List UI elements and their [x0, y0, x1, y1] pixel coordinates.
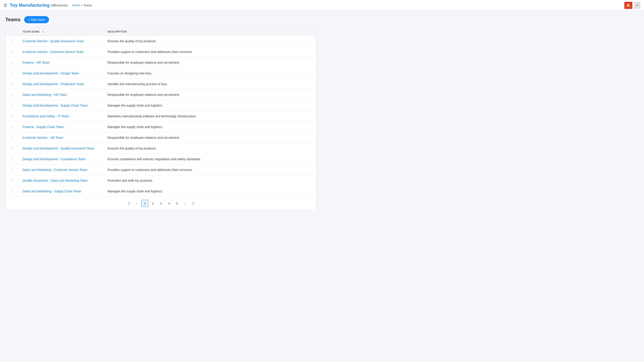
team-name-link[interactable]: Sales and Marketing - HR Team	[22, 93, 67, 96]
table-row: ⋮Finance - HR TeamResponsible for employ…	[6, 57, 316, 68]
table-body: ⋮Customer Service - Quality Assurance Te…	[6, 36, 316, 197]
page-5-button[interactable]: 5	[174, 200, 181, 207]
team-description: Ensures the quality of toy products.	[104, 36, 316, 46]
row-menu-button[interactable]: ⋮	[9, 189, 16, 194]
team-description: Ensures the quality of toy products.	[104, 143, 316, 154]
team-description: Provides support to customers and addres…	[104, 164, 316, 175]
row-menu-button[interactable]: ⋮	[9, 156, 16, 162]
team-name-link[interactable]: Customer Service - Customer Service Team	[22, 50, 84, 54]
row-menu-button[interactable]: ⋮	[9, 124, 16, 129]
team-name-link[interactable]: Sales and Marketing - Customer Service T…	[22, 168, 87, 172]
team-name-link[interactable]: Customer Service - HR Team	[22, 136, 63, 139]
table-row: ⋮Compliance and Safety - IT TeamMaintain…	[6, 111, 316, 122]
team-description: Promotes and sells toy products.	[104, 175, 316, 186]
table-row: ⋮Customer Service - Quality Assurance Te…	[6, 36, 316, 46]
team-description: Responsible for employee relations and r…	[104, 89, 316, 100]
prev-page-button[interactable]: ‹	[133, 200, 140, 207]
team-name-link[interactable]: Design and Development - Supply Chain Te…	[22, 104, 88, 107]
row-menu-button[interactable]: ⋮	[9, 167, 16, 172]
team-description: Manages the supply chain and logistics.	[104, 100, 316, 111]
team-name-link[interactable]: Finance - Supply Chain Team	[22, 125, 64, 129]
main-content: Teams + New team TEAM NAME ▼ DESCRIPTION…	[0, 11, 322, 216]
team-name-link[interactable]: Compliance and Safety - IT Team	[22, 114, 69, 118]
menu-column-header	[6, 28, 19, 36]
breadcrumb-separator: »	[81, 3, 82, 7]
team-name-link[interactable]: Quality Assurance - Sales and Marketing …	[22, 179, 88, 182]
team-name-link[interactable]: Finance - HR Team	[22, 61, 50, 64]
page-header: Teams + New team	[5, 16, 317, 23]
breadcrumb-current: Teams	[84, 3, 92, 7]
row-menu-button[interactable]: ⋮	[9, 49, 16, 54]
app-header: ☰ Toy Manufacturing OfficeSeries Home » …	[0, 0, 644, 11]
description-column-header: DESCRIPTION	[104, 28, 316, 36]
table-row: ⋮Design and Development - Design TeamFoc…	[6, 68, 316, 79]
row-menu-button[interactable]: ⋮	[9, 146, 16, 151]
notification-button[interactable]: 🔔	[624, 2, 632, 9]
page-4-button[interactable]: 4	[166, 200, 173, 207]
bell-icon: 🔔	[626, 3, 630, 7]
team-name-link[interactable]: Sales and Marketing - Supply Chain Team	[22, 189, 81, 193]
table-row: ⋮Sales and Marketing - HR TeamResponsibl…	[6, 89, 316, 100]
pagination: ⟨| ‹ 1 2 3 4 5 › |⟩	[6, 196, 316, 210]
team-name-link[interactable]: Design and Development - Quality Assuran…	[22, 147, 94, 150]
table-header-row: TEAM NAME ▼ DESCRIPTION	[6, 28, 316, 36]
page-1-button[interactable]: 1	[141, 200, 148, 207]
next-page-button[interactable]: ›	[182, 200, 189, 207]
hamburger-icon[interactable]: ☰	[4, 3, 7, 8]
row-menu-button[interactable]: ⋮	[9, 38, 16, 43]
last-page-button[interactable]: |⟩	[190, 200, 197, 207]
team-description: Maintains manufacturing software and tec…	[104, 111, 316, 122]
row-menu-button[interactable]: ⋮	[9, 135, 16, 140]
new-team-button[interactable]: + New team	[24, 16, 49, 23]
row-menu-button[interactable]: ⋮	[9, 92, 16, 97]
team-name-link[interactable]: Customer Service - Quality Assurance Tea…	[22, 39, 84, 43]
row-menu-button[interactable]: ⋮	[9, 178, 16, 183]
table-row: ⋮Finance - Supply Chain TeamManages the …	[6, 122, 316, 132]
first-page-button[interactable]: ⟨|	[125, 200, 132, 207]
header-actions: 🔔 ▾	[624, 2, 640, 9]
team-description: Manages the supply chain and logistics.	[104, 186, 316, 197]
app-title: Toy Manufacturing	[10, 3, 50, 8]
header-dropdown-button[interactable]: ▾	[634, 2, 640, 9]
row-menu-button[interactable]: ⋮	[9, 60, 16, 65]
team-description: Manages the supply chain and logistics.	[104, 122, 316, 132]
table-row: ⋮Design and Development - Compliance Tea…	[6, 154, 316, 164]
row-menu-button[interactable]: ⋮	[9, 71, 16, 76]
row-menu-button[interactable]: ⋮	[9, 113, 16, 119]
page-3-button[interactable]: 3	[158, 200, 164, 207]
page-title: Teams	[5, 17, 20, 22]
row-menu-button[interactable]: ⋮	[9, 81, 16, 86]
table-row: ⋮Sales and Marketing - Customer Service …	[6, 164, 316, 175]
table-row: ⋮Design and Development - Supply Chain T…	[6, 100, 316, 111]
team-description: Handles the manufacturing process of toy…	[104, 79, 316, 89]
team-name-column-header: TEAM NAME ▼	[19, 28, 104, 36]
breadcrumb: Home » Teams	[72, 3, 92, 7]
team-name-link[interactable]: Design and Development - Production Team	[22, 82, 84, 86]
breadcrumb-home[interactable]: Home	[72, 3, 80, 7]
team-description: Focuses on designing new toys.	[104, 68, 316, 79]
page-2-button[interactable]: 2	[149, 200, 156, 207]
table-row: ⋮Design and Development - Production Tea…	[6, 79, 316, 89]
team-description: Responsible for employee relations and r…	[104, 57, 316, 68]
team-description: Provides support to customers and addres…	[104, 46, 316, 57]
teams-table: TEAM NAME ▼ DESCRIPTION ⋮Customer Servic…	[6, 28, 316, 196]
chevron-down-icon: ▾	[636, 4, 638, 7]
table-row: ⋮Sales and Marketing - Supply Chain Team…	[6, 186, 316, 197]
team-name-link[interactable]: Design and Development - Design Team	[22, 71, 79, 75]
table-row: ⋮Customer Service - HR TeamResponsible f…	[6, 132, 316, 143]
table-row: ⋮Design and Development - Quality Assura…	[6, 143, 316, 154]
team-description: Responsible for employee relations and r…	[104, 132, 316, 143]
table-row: ⋮Customer Service - Customer Service Tea…	[6, 46, 316, 57]
app-subtitle: OfficeSeries	[51, 3, 68, 7]
teams-table-container: TEAM NAME ▼ DESCRIPTION ⋮Customer Servic…	[5, 28, 317, 210]
table-row: ⋮Quality Assurance - Sales and Marketing…	[6, 175, 316, 186]
team-description: Ensures compliance with industry regulat…	[104, 154, 316, 164]
row-menu-button[interactable]: ⋮	[9, 103, 16, 108]
filter-icon[interactable]: ▼	[42, 31, 44, 33]
team-name-link[interactable]: Design and Development - Compliance Team	[22, 157, 86, 161]
